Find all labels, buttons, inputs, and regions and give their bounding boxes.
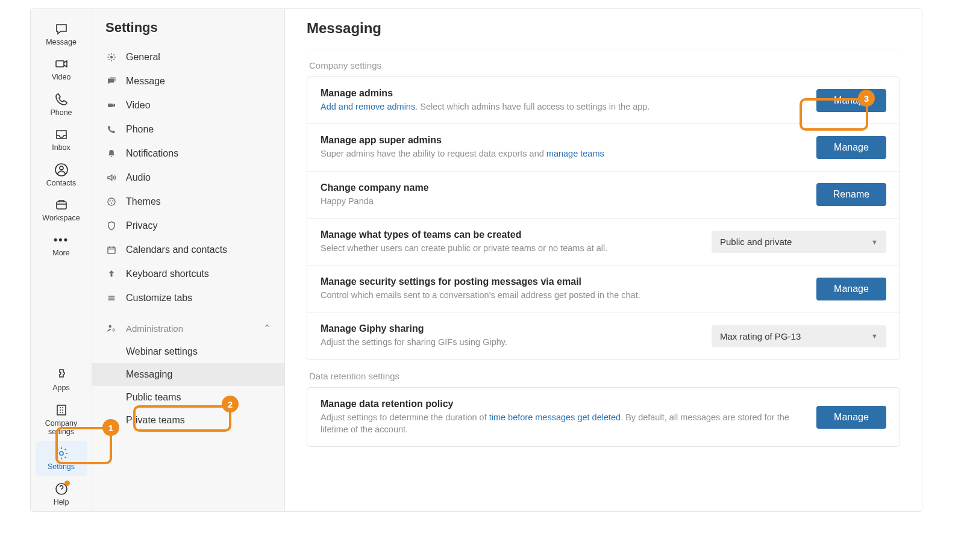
panel-label: Message <box>126 76 165 87</box>
rail-workspace[interactable]: Workspace <box>36 192 87 227</box>
row-manage-admins: Manage admins Add and remove admins. Sel… <box>307 77 900 124</box>
left-rail: Message Video Phone Inbox Contacts Works… <box>31 9 92 511</box>
rail-help[interactable]: Help <box>36 476 87 511</box>
row-team-types: Manage what types of teams can be create… <box>307 219 900 266</box>
rail-company-settings[interactable]: Company settings <box>36 397 87 441</box>
row-desc: Adjust settings to determine the duratio… <box>321 411 802 436</box>
more-icon: ••• <box>54 232 69 247</box>
panel-label: Phone <box>126 124 154 135</box>
rail-label: Message <box>46 38 77 46</box>
main-content: Messaging Company settings Manage admins… <box>285 9 922 511</box>
panel-message[interactable]: Message <box>92 69 284 93</box>
panel-label: Privacy <box>126 220 157 231</box>
data-retention-card: Manage data retention policy Adjust sett… <box>307 387 900 447</box>
chevron-down-icon: ▼ <box>871 238 878 246</box>
panel-label: Public teams <box>126 392 181 402</box>
panel-public-teams[interactable]: Public teams <box>92 386 284 409</box>
company-settings-card: Manage admins Add and remove admins. Sel… <box>307 76 900 360</box>
phone-icon <box>105 123 117 135</box>
row-title: Manage admins <box>321 88 802 99</box>
message-icon <box>105 75 117 87</box>
add-remove-admins-link[interactable]: Add and remove admins <box>321 102 415 111</box>
panel-private-teams[interactable]: Private teams <box>92 409 284 432</box>
panel-calendars[interactable]: Calendars and contacts <box>92 238 284 262</box>
manage-retention-button[interactable]: Manage <box>816 406 886 429</box>
panel-title: Settings <box>92 9 284 45</box>
rail-label: Company settings <box>38 419 85 437</box>
rail-label: Video <box>52 73 71 81</box>
panel-label: Messaging <box>126 369 172 379</box>
building-icon <box>54 402 69 418</box>
rail-label: Phone <box>50 108 72 117</box>
calendar-icon <box>105 244 117 256</box>
page-title: Messaging <box>307 20 900 49</box>
row-desc: Select whether users can create public o… <box>321 242 697 254</box>
panel-general[interactable]: General <box>92 45 284 69</box>
panel-administration[interactable]: Administration ⌃ <box>92 316 284 340</box>
rail-phone[interactable]: Phone <box>36 87 87 122</box>
panel-phone[interactable]: Phone <box>92 117 284 142</box>
panel-keyboard[interactable]: Keyboard shortcuts <box>92 262 284 286</box>
company-name-value: Happy Panda <box>321 195 802 207</box>
panel-webinar[interactable]: Webinar settings <box>92 340 284 363</box>
row-title: Manage Giphy sharing <box>321 323 697 334</box>
row-company-name: Change company name Happy Panda Rename <box>307 172 900 219</box>
section-company-settings: Company settings <box>309 60 898 70</box>
row-title: Change company name <box>321 182 802 193</box>
gear-icon <box>105 51 117 63</box>
camera-icon <box>105 99 117 111</box>
select-value: Max rating of PG-13 <box>720 331 801 341</box>
panel-privacy[interactable]: Privacy <box>92 214 284 238</box>
rail-inbox[interactable]: Inbox <box>36 122 87 157</box>
panel-label: Webinar settings <box>126 346 198 356</box>
rename-button[interactable]: Rename <box>816 183 886 206</box>
panel-label: General <box>126 52 160 63</box>
manage-admins-button[interactable]: Manage <box>816 89 886 112</box>
team-types-select[interactable]: Public and private▼ <box>712 231 886 253</box>
workspace-icon <box>54 197 69 213</box>
rail-apps[interactable]: Apps <box>36 362 87 397</box>
section-data-retention: Data retention settings <box>309 371 898 381</box>
panel-label: Themes <box>126 196 161 207</box>
panel-messaging[interactable]: Messaging <box>92 363 284 386</box>
panel-audio[interactable]: Audio <box>92 166 284 190</box>
manage-super-admins-button[interactable]: Manage <box>816 136 886 159</box>
rail-label: Settings <box>48 462 75 471</box>
row-giphy: Manage Giphy sharing Adjust the settings… <box>307 313 900 359</box>
app-frame: Message Video Phone Inbox Contacts Works… <box>30 8 922 512</box>
panel-label: Customize tabs <box>126 293 192 303</box>
row-title: Manage what types of teams can be create… <box>321 229 697 240</box>
rail-video[interactable]: Video <box>36 51 87 86</box>
giphy-rating-select[interactable]: Max rating of PG-13▼ <box>712 325 886 347</box>
row-desc: Add and remove admins. Select which admi… <box>321 101 802 113</box>
row-title: Manage app super admins <box>321 135 802 146</box>
row-email-security: Manage security settings for posting mes… <box>307 266 900 313</box>
panel-label: Video <box>126 100 151 111</box>
lines-icon <box>105 292 117 304</box>
rail-settings[interactable]: Settings <box>36 441 87 476</box>
settings-panel: Settings General Message Video Phone Not… <box>92 9 285 511</box>
contacts-icon <box>54 162 69 178</box>
inbox-icon <box>54 126 69 142</box>
gear-icon <box>54 446 69 461</box>
retention-time-link[interactable]: time before messages get deleted <box>489 412 621 422</box>
panel-customize[interactable]: Customize tabs <box>92 286 284 310</box>
phone-icon <box>54 92 69 107</box>
rail-message[interactable]: Message <box>36 16 87 51</box>
manage-email-security-button[interactable]: Manage <box>816 278 886 300</box>
manage-teams-link[interactable]: manage teams <box>546 149 604 158</box>
shield-icon <box>105 220 117 232</box>
chat-icon <box>54 21 69 37</box>
rail-more[interactable]: ••• More <box>36 227 87 262</box>
speaker-icon <box>105 172 117 184</box>
row-title: Manage data retention policy <box>321 399 802 409</box>
panel-label: Audio <box>126 172 151 183</box>
rail-label: Workspace <box>42 214 80 222</box>
panel-notifications[interactable]: Notifications <box>92 142 284 166</box>
rail-contacts[interactable]: Contacts <box>36 157 87 192</box>
panel-video[interactable]: Video <box>92 93 284 117</box>
row-desc: Super admins have the ability to request… <box>321 148 802 160</box>
rail-label: Contacts <box>46 179 76 187</box>
panel-themes[interactable]: Themes <box>92 190 284 214</box>
video-icon <box>54 56 69 72</box>
